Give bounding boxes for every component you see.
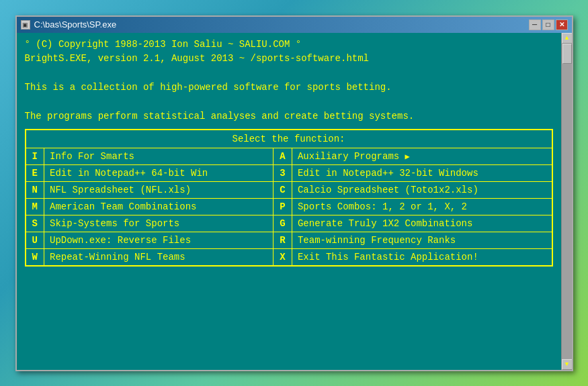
menu-label-left-5[interactable]: UpDown.exe: Reverse Files <box>44 232 274 249</box>
menu-row[interactable]: SSkip-Systems for SportsGGenerate Truly … <box>26 215 552 232</box>
menu-table-container: Select the function: IInfo For SmartsAAu… <box>25 129 553 267</box>
scroll-thumb[interactable] <box>562 44 572 64</box>
title-bar: ▣ C:\bas\Sports\SP.exe ─ □ ✕ <box>17 17 572 33</box>
scrollbar[interactable]: ▲ ▼ <box>561 33 572 370</box>
menu-key-left-2[interactable]: N <box>26 182 44 199</box>
scroll-down-button[interactable]: ▼ <box>562 359 572 370</box>
menu-table: Select the function: IInfo For SmartsAAu… <box>25 129 553 267</box>
menu-key-left-4[interactable]: S <box>26 215 44 232</box>
menu-label-left-1[interactable]: Edit in Notepad++ 64-bit Win <box>44 165 274 182</box>
menu-key-left-1[interactable]: E <box>26 165 44 182</box>
blank-line1 <box>25 67 564 81</box>
close-button[interactable]: ✕ <box>556 19 568 30</box>
menu-key-right-1[interactable]: 3 <box>273 165 292 182</box>
menu-label-right-2[interactable]: Calcio Spreadsheet (Toto1x2.xls) <box>292 182 552 199</box>
menu-label-right-1[interactable]: Edit in Notepad++ 32-bit Windows <box>292 165 552 182</box>
app-icon: ▣ <box>21 20 30 30</box>
menu-key-left-5[interactable]: U <box>26 232 44 249</box>
menu-label-right-4[interactable]: Generate Truly 1X2 Combinations <box>292 215 552 232</box>
menu-label-left-2[interactable]: NFL Spreadsheet (NFL.xls) <box>44 182 274 199</box>
scroll-track[interactable] <box>562 44 572 359</box>
menu-row[interactable]: MAmerican Team CombinationsPSports Combo… <box>26 199 552 215</box>
menu-label-right-5[interactable]: Team-winning Frequency Ranks <box>292 232 552 249</box>
menu-row[interactable]: NNFL Spreadsheet (NFL.xls)CCalcio Spread… <box>26 182 552 199</box>
menu-row[interactable]: EEdit in Notepad++ 64-bit Win3Edit in No… <box>26 165 552 182</box>
menu-key-right-3[interactable]: P <box>273 199 292 215</box>
menu-key-right-5[interactable]: R <box>273 232 292 249</box>
menu-row[interactable]: IInfo For SmartsAAuxiliary Programs ▶ <box>26 148 552 165</box>
console-area: ° (C) Copyright 1988-2013 Ion Saliu ~ SA… <box>17 33 572 370</box>
menu-header-row: Select the function: <box>26 130 552 148</box>
blank-line2 <box>25 96 564 109</box>
menu-label-right-0[interactable]: Auxiliary Programs ▶ <box>292 148 552 165</box>
menu-header-cell: Select the function: <box>26 130 552 148</box>
menu-label-left-6[interactable]: Repeat-Winning NFL Teams <box>44 249 274 267</box>
maximize-button[interactable]: □ <box>542 19 554 30</box>
title-bar-left: ▣ C:\bas\Sports\SP.exe <box>21 19 117 30</box>
copyright-line: ° (C) Copyright 1988-2013 Ion Saliu ~ SA… <box>25 38 564 52</box>
menu-label-right-3[interactable]: Sports Combos: 1, 2 or 1, X, 2 <box>292 199 552 215</box>
menu-key-right-2[interactable]: C <box>273 182 292 199</box>
menu-label-left-0[interactable]: Info For Smarts <box>44 148 274 165</box>
menu-key-right-0[interactable]: A <box>273 148 292 165</box>
main-window: ▣ C:\bas\Sports\SP.exe ─ □ ✕ ° (C) Copyr… <box>15 15 573 371</box>
title-bar-controls: ─ □ ✕ <box>529 19 568 30</box>
menu-key-left-0[interactable]: I <box>26 148 44 165</box>
scroll-up-button[interactable]: ▲ <box>562 33 572 44</box>
menu-key-right-4[interactable]: G <box>273 215 292 232</box>
menu-key-left-6[interactable]: W <box>26 249 44 267</box>
minimize-button[interactable]: ─ <box>529 19 541 30</box>
submenu-arrow-icon: ▶ <box>405 152 410 162</box>
menu-row[interactable]: WRepeat-Winning NFL TeamsXExit This Fant… <box>26 249 552 267</box>
description-line1: This is a collection of high-powered sof… <box>25 81 564 95</box>
menu-row[interactable]: UUpDown.exe: Reverse FilesRTeam-winning … <box>26 232 552 249</box>
menu-key-right-6[interactable]: X <box>273 249 292 267</box>
menu-key-left-3[interactable]: M <box>26 199 44 215</box>
menu-label-left-3[interactable]: American Team Combinations <box>44 199 274 215</box>
description-line2: The programs perform statistical analyse… <box>25 110 564 124</box>
menu-label-left-4[interactable]: Skip-Systems for Sports <box>44 215 274 232</box>
menu-label-right-6[interactable]: Exit This Fantastic Application! <box>292 249 552 267</box>
version-line: BrightS.EXE, version 2.1, August 2013 ~ … <box>25 52 564 66</box>
window-title: C:\bas\Sports\SP.exe <box>34 19 117 30</box>
